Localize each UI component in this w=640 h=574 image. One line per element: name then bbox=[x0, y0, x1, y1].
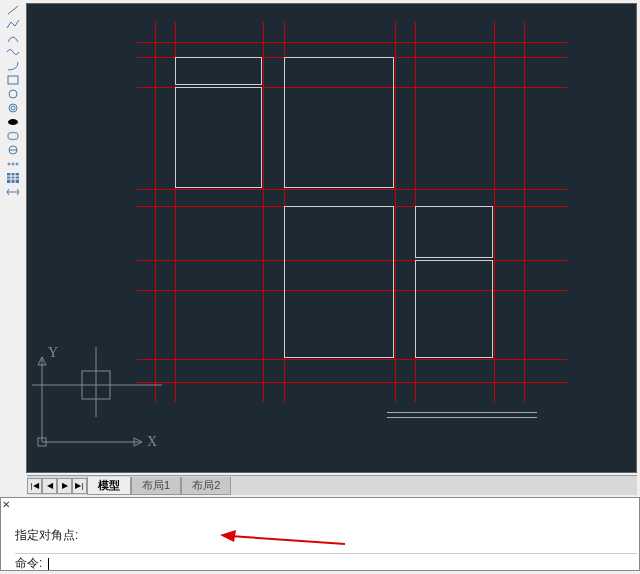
more-icon[interactable] bbox=[3, 157, 23, 171]
command-input[interactable]: 命令: bbox=[15, 553, 637, 569]
grid-line bbox=[137, 42, 567, 43]
circle-icon[interactable] bbox=[3, 87, 23, 101]
wall-rect bbox=[284, 206, 394, 358]
spline-icon[interactable] bbox=[3, 45, 23, 59]
line-segment bbox=[387, 412, 537, 413]
grid-line bbox=[524, 22, 525, 402]
draw-toolbar bbox=[3, 3, 23, 199]
rect-icon[interactable] bbox=[3, 73, 23, 87]
polyline-icon[interactable] bbox=[3, 17, 23, 31]
tab-nav-next[interactable]: ▶ bbox=[57, 478, 72, 494]
donut-icon[interactable] bbox=[3, 143, 23, 157]
wall-rect bbox=[284, 57, 394, 188]
tab-nav-last[interactable]: ▶| bbox=[72, 478, 87, 494]
svg-point-9 bbox=[12, 163, 14, 165]
curve-icon[interactable] bbox=[3, 59, 23, 73]
table-icon[interactable] bbox=[3, 171, 23, 185]
svg-point-5 bbox=[8, 119, 18, 125]
cmd-line: 指定对角点: bbox=[15, 528, 637, 542]
ucs-icon: X Y bbox=[32, 347, 172, 457]
arc-icon[interactable] bbox=[3, 31, 23, 45]
svg-rect-11 bbox=[7, 173, 19, 183]
svg-rect-24 bbox=[82, 371, 110, 399]
svg-point-4 bbox=[11, 106, 15, 110]
svg-line-0 bbox=[8, 6, 18, 14]
tab-nav-first[interactable]: |◀ bbox=[27, 478, 42, 494]
close-icon[interactable]: ✕ bbox=[2, 499, 12, 509]
command-window: ✕ 指定对角点: 找到 21 个，已过滤 12 个 请选择互相联系的墙体(或门窗… bbox=[0, 497, 640, 571]
revcloud-icon[interactable] bbox=[3, 129, 23, 143]
svg-point-2 bbox=[9, 90, 17, 98]
wall-rect bbox=[415, 260, 493, 358]
svg-rect-1 bbox=[8, 76, 18, 84]
line-icon[interactable] bbox=[3, 3, 23, 17]
grid-line bbox=[137, 189, 567, 190]
stretch-icon[interactable] bbox=[3, 185, 23, 199]
tab-layout1[interactable]: 布局1 bbox=[131, 477, 181, 495]
grid-line bbox=[263, 22, 264, 402]
svg-point-3 bbox=[9, 104, 17, 112]
tab-layout2[interactable]: 布局2 bbox=[181, 477, 231, 495]
tab-model[interactable]: 模型 bbox=[87, 477, 131, 495]
svg-text:Y: Y bbox=[48, 347, 58, 360]
command-history: 指定对角点: 找到 21 个，已过滤 12 个 请选择互相联系的墙体(或门窗)和… bbox=[15, 500, 637, 552]
ring-icon[interactable] bbox=[3, 101, 23, 115]
drawing-canvas[interactable]: X Y bbox=[26, 3, 637, 473]
wall-rect bbox=[415, 206, 493, 258]
line-segment bbox=[387, 417, 537, 418]
grid-line bbox=[395, 22, 396, 402]
grid-line bbox=[494, 22, 495, 402]
svg-marker-21 bbox=[38, 357, 46, 365]
svg-marker-18 bbox=[134, 438, 142, 446]
wall-rect bbox=[175, 87, 262, 188]
svg-rect-23 bbox=[38, 438, 46, 446]
svg-point-10 bbox=[16, 163, 18, 165]
svg-text:X: X bbox=[147, 434, 157, 449]
grid-line bbox=[137, 382, 567, 383]
svg-point-8 bbox=[8, 163, 10, 165]
layout-tabs: |◀ ◀ ▶ ▶| 模型 布局1 布局2 bbox=[27, 475, 637, 495]
grid-line bbox=[155, 22, 156, 402]
ellipse-icon[interactable] bbox=[3, 115, 23, 129]
grid-line bbox=[137, 359, 567, 360]
tab-nav-prev[interactable]: ◀ bbox=[42, 478, 57, 494]
wall-rect bbox=[175, 57, 262, 85]
